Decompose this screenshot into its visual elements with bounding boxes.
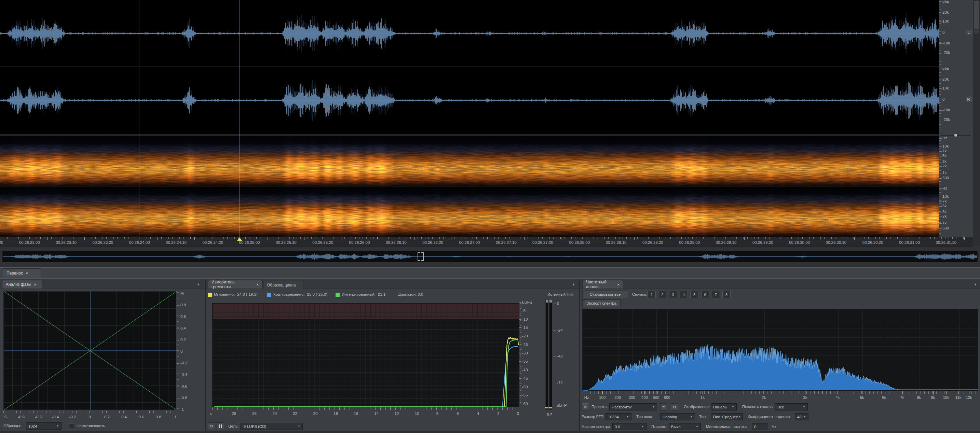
timeline-label: 00:26:27:00	[459, 240, 480, 245]
loudness-graph-frame[interactable]	[212, 303, 519, 407]
wave-scale-tick	[939, 89, 942, 89]
tab-transfer[interactable]: Перенос ×	[3, 268, 41, 278]
type-dropdown[interactable]: Пик+Среднее▼	[711, 413, 743, 420]
true-peak-bar-left	[546, 300, 549, 410]
dock-tabbar: Перенос ×	[0, 268, 980, 278]
timeline-label: 00:26:30:00	[789, 240, 810, 245]
scan-all-button[interactable]: Сканировать все	[582, 290, 628, 298]
true-peak-bar-right	[549, 300, 552, 410]
waveform-canvas[interactable]	[0, 0, 939, 134]
spec-scale-tick	[939, 197, 942, 197]
true-peak-label: Истинный Пик	[546, 292, 573, 297]
presets-label: Пресеты:	[592, 404, 609, 409]
lufs-scale-label: LUFS	[522, 300, 532, 305]
tab-loudness-meter[interactable]: Измеритель громкости ×	[208, 280, 262, 289]
scrollbar-thumb[interactable]	[974, 1, 979, 29]
show-channels-dropdown[interactable]: Все▼	[775, 403, 808, 411]
overview-canvas[interactable]	[3, 252, 977, 262]
close-icon[interactable]: ×	[34, 282, 36, 287]
legend-text: Мгновенно: -24.0 (-19.3)	[214, 292, 258, 297]
wave-scale-label: обр	[942, 66, 949, 71]
wave-scale-label: -10k	[942, 108, 950, 113]
timeline-label: 00:26:29:10	[716, 240, 737, 245]
edit-cursor-line	[240, 0, 240, 236]
settings-button[interactable]: ⚙	[582, 403, 589, 411]
fft-size-dropdown[interactable]: 16384▼	[606, 413, 632, 420]
frequency-tick	[764, 391, 764, 394]
phase-y-tick	[177, 410, 179, 410]
frequency-tick	[862, 391, 862, 394]
gear-icon: ⚙	[584, 404, 587, 409]
loudness-panel-header: Измеритель громкости × Образец цикла ▼	[206, 279, 579, 289]
legend-text: Диапазон: 0.0	[398, 292, 423, 297]
snapshot-label: Снимок:	[632, 292, 647, 297]
chevron-down-icon[interactable]: ▼	[572, 283, 575, 286]
normalize-label: Нормализовать	[76, 424, 105, 428]
normalize-checkbox[interactable]	[69, 423, 74, 428]
snapshot-button-1[interactable]: 1	[648, 291, 656, 298]
timeline-ruler[interactable]: 00:26:22:2000:26:23:0000:26:23:1000:26:2…	[0, 237, 980, 247]
tab-frequency-analysis[interactable]: Частотный анализ ×	[582, 280, 623, 289]
phase-y-label: -0.8	[180, 396, 187, 400]
true-peak-cap-left	[546, 300, 548, 303]
panel-separator-2[interactable]	[579, 279, 580, 433]
decay-dropdown[interactable]: 48▼	[795, 413, 808, 420]
lufs-scale-label: -60	[522, 401, 528, 406]
pause-icon	[221, 425, 222, 428]
refresh-button[interactable]: ↻	[671, 403, 678, 411]
pause-meter-button[interactable]	[216, 422, 224, 430]
vertical-scrollbar[interactable]	[973, 0, 980, 247]
panel-separator-1[interactable]	[205, 279, 206, 433]
timeline-label: 00:26:28:10	[606, 240, 627, 245]
preset-list-button[interactable]: ≡	[660, 403, 667, 411]
snapshot-button-6[interactable]: 6	[701, 291, 710, 298]
wave-scale-label: -10k	[942, 41, 950, 45]
phase-y-label: 0.8	[180, 303, 186, 307]
spectrogram-canvas[interactable]	[0, 136, 939, 236]
timeline-label: 00:26:24:10	[166, 240, 186, 245]
smooth-dropdown[interactable]: Выкл.▼	[669, 423, 701, 430]
display-dropdown[interactable]: Панель▼	[711, 403, 737, 411]
phase-scope-graph[interactable]	[3, 291, 176, 410]
min-freq-input[interactable]: 0	[752, 423, 768, 430]
overview-navigator[interactable]	[2, 251, 978, 262]
export-spectrum-button[interactable]: Экспорт спектра	[582, 300, 620, 307]
phase-x-label: -0.4	[52, 415, 59, 419]
snapshot-button-3[interactable]: 3	[669, 291, 677, 298]
slider-handle[interactable]	[955, 134, 957, 136]
scrollbar-notch[interactable]	[974, 30, 979, 33]
tab-phase-analysis[interactable]: Анализ фазы ×	[2, 280, 42, 289]
true-peak-hold-right	[549, 408, 552, 408]
loudness-x-ticks	[212, 408, 519, 410]
samples-value: 1024	[29, 424, 37, 428]
snapshot-button-5[interactable]: 5	[690, 291, 698, 298]
close-icon[interactable]: ×	[617, 282, 619, 287]
phase-x-label: 0.8	[156, 415, 161, 419]
target-value: -9 LUFS (CD)	[242, 425, 266, 428]
spec-scale-label: Hz	[942, 186, 947, 190]
snapshot-button-8[interactable]: 8	[722, 291, 730, 298]
spectrum-graph-frame[interactable]	[582, 309, 978, 391]
chevron-down-icon[interactable]: ▼	[974, 283, 977, 286]
reset-meter-button[interactable]: ↻	[208, 422, 215, 430]
frequency-tick-label: 5k	[860, 395, 864, 400]
cursor-marker-triangle[interactable]	[237, 237, 242, 241]
phase-x-ticks	[3, 411, 177, 413]
snapshot-button-4[interactable]: 4	[679, 291, 688, 298]
chevron-down-icon[interactable]: ▼	[197, 283, 200, 286]
samples-dropdown[interactable]: 1024▼	[26, 422, 62, 430]
close-icon[interactable]: ×	[257, 282, 259, 287]
tab-loop-sample[interactable]: Образец цикла	[263, 281, 304, 289]
snapshot-button-7[interactable]: 7	[712, 291, 720, 298]
window-type-dropdown[interactable]: Hanning▼	[660, 413, 695, 420]
dbtp-scale-tick	[554, 330, 555, 331]
target-dropdown[interactable]: -9 LUFS (CD)▼	[240, 423, 303, 430]
smooth-value: Выкл.	[671, 425, 682, 429]
phase-panel-header: Анализ фазы × ▼	[0, 279, 205, 289]
wave-scale-label: -20k	[942, 117, 950, 122]
slope-dropdown[interactable]: 0.0▼	[612, 423, 646, 430]
snapshot-button-2[interactable]: 2	[658, 291, 666, 298]
close-icon[interactable]: ×	[25, 271, 28, 275]
presets-dropdown[interactable]: Настроить*▼	[609, 403, 657, 411]
timeline-label: 00:26:25:00	[239, 240, 260, 245]
